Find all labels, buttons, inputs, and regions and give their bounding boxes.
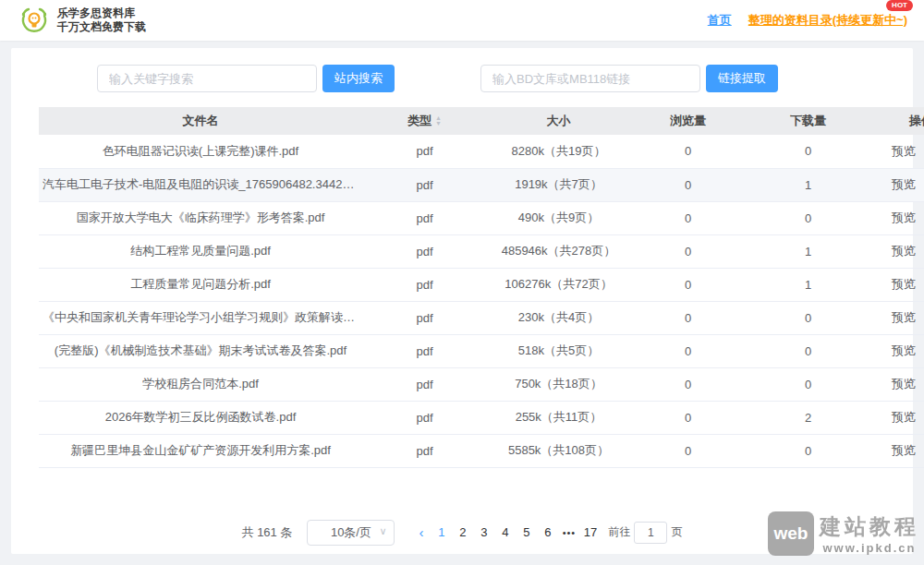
file-type: pdf	[362, 234, 487, 268]
page-size-value: 10条/页	[331, 524, 371, 541]
header-views: 浏览量	[630, 107, 746, 135]
file-views: 0	[630, 367, 746, 401]
keyword-search-input[interactable]	[97, 65, 317, 92]
link-extract-group: 链接提取	[480, 65, 778, 92]
preview-link[interactable]: 预览	[892, 277, 916, 291]
file-type: pdf	[362, 401, 487, 434]
file-downloads: 1	[746, 268, 870, 301]
file-name: 色环电阻器记识读(上课完整)课件.pdf	[39, 135, 362, 168]
file-size: 490k（共9页）	[487, 201, 630, 234]
file-operations: 预览下载	[870, 135, 924, 168]
file-name: 国家开放大学电大《临床药理学》形考答案.pdf	[39, 201, 362, 234]
chevron-down-icon: ∨	[379, 525, 386, 537]
site-title-line2: 千万文档免费下载	[57, 20, 146, 34]
file-size: 230k（共4页）	[487, 301, 630, 334]
file-downloads: 1	[746, 234, 870, 268]
page-number-2[interactable]: 2	[452, 525, 473, 539]
prev-page-button[interactable]: ‹	[411, 524, 431, 540]
logo: 乐学多思资料库 千万文档免费下载	[18, 5, 146, 36]
file-views: 0	[630, 301, 746, 334]
file-operations: 预览下载	[870, 168, 924, 201]
preview-link[interactable]: 预览	[892, 377, 916, 391]
table-row: 色环电阻器记识读(上课完整)课件.pdf pdf 8280k（共19页） 0 0…	[39, 135, 924, 168]
file-size: 750k（共18页）	[487, 367, 630, 401]
file-views: 0	[630, 401, 746, 434]
nav-catalog-link[interactable]: 整理的资料目录(持续更新中~)	[748, 13, 907, 27]
file-size: 518k（共5页）	[487, 334, 630, 367]
file-type: pdf	[362, 434, 487, 467]
link-extract-input[interactable]	[480, 65, 700, 92]
file-name: (完整版)《机械制造技术基础》期末考试试卷及答案.pdf	[39, 334, 362, 367]
header-type[interactable]: 类型▲▼	[362, 107, 487, 135]
file-downloads: 0	[746, 367, 870, 401]
site-title-line1: 乐学多思资料库	[57, 6, 146, 20]
file-views: 0	[630, 168, 746, 201]
file-name: 工程质量常见问题分析.pdf	[39, 268, 362, 301]
file-downloads: 0	[746, 434, 870, 467]
table-row: 《中央和国家机关青年理论学习小组学习规则》政策解读与实施意... pdf 230…	[39, 301, 924, 334]
preview-link[interactable]: 预览	[892, 177, 916, 191]
file-name: 学校租房合同范本.pdf	[39, 367, 362, 401]
jumper-input[interactable]	[634, 522, 667, 544]
file-type: pdf	[362, 301, 487, 334]
file-downloads: 0	[746, 301, 870, 334]
table-row: 结构工程常见质量问题.pdf pdf 485946k（共278页） 0 1 预览…	[39, 234, 924, 268]
nav-home-link[interactable]: 首页	[708, 12, 732, 29]
jumper-prefix: 前往	[608, 524, 630, 540]
file-size: 5585k（共108页）	[487, 434, 630, 467]
file-type: pdf	[362, 168, 487, 201]
lightbulb-logo-icon	[18, 5, 50, 36]
file-operations: 预览下载	[870, 201, 924, 234]
preview-link[interactable]: 预览	[892, 343, 916, 357]
table-row: 国家开放大学电大《临床药理学》形考答案.pdf pdf 490k（共9页） 0 …	[39, 201, 924, 234]
preview-link[interactable]: 预览	[892, 210, 916, 224]
file-downloads: 0	[746, 135, 870, 168]
sort-caret-icon[interactable]: ▲▼	[435, 116, 442, 127]
header-filename: 文件名	[39, 107, 362, 135]
search-row: 站内搜索 链接提取	[11, 48, 913, 103]
page-number-1[interactable]: 1	[431, 525, 452, 539]
page-size-select[interactable]: 10条/页 ∨	[307, 520, 395, 546]
page-number-4[interactable]: 4	[494, 525, 516, 539]
link-extract-button[interactable]: 链接提取	[706, 65, 778, 92]
file-views: 0	[630, 434, 746, 467]
header-downloads: 下载量	[746, 107, 870, 135]
page-number-6[interactable]: 6	[537, 525, 558, 539]
total-count: 共 161 条	[242, 524, 293, 541]
table-header-row: 文件名 类型▲▼ 大小 浏览量 下载量 操作	[39, 107, 924, 135]
file-downloads: 2	[746, 401, 870, 434]
top-header: 乐学多思资料库 千万文档免费下载 首页 HOT 整理的资料目录(持续更新中~)	[0, 0, 924, 41]
jumper-suffix: 页	[671, 524, 682, 540]
file-operations: 预览下载	[870, 401, 924, 434]
file-views: 0	[630, 268, 746, 301]
main-card: 站内搜索 链接提取 文件名 类型▲▼ 大小 浏览量 下载量 操作 色环电阻器记识…	[11, 48, 913, 554]
file-size: 106276k（共72页）	[487, 268, 630, 301]
preview-link[interactable]: 预览	[892, 410, 916, 424]
file-size: 255k（共11页）	[487, 401, 630, 434]
file-name: 汽车电工电子技术-电阻及电阻的识读_1765906482.344213.pdf	[39, 168, 362, 201]
site-search-button[interactable]: 站内搜索	[322, 65, 395, 92]
page-jumper: 前往 页	[608, 522, 682, 544]
page-number-5[interactable]: 5	[516, 525, 537, 539]
header-size: 大小	[487, 107, 630, 135]
file-views: 0	[630, 334, 746, 367]
preview-link[interactable]: 预览	[892, 443, 916, 457]
file-size: 8280k（共19页）	[487, 135, 630, 168]
top-nav: 首页 HOT 整理的资料目录(持续更新中~)	[708, 12, 907, 29]
page-number-3[interactable]: 3	[473, 525, 494, 539]
file-downloads: 0	[746, 334, 870, 367]
header-operations: 操作	[870, 107, 924, 135]
table-row: 新疆巴里坤县金山金矿矿产资源开发利用方案.pdf pdf 5585k（共108页…	[39, 434, 924, 467]
table-row: 学校租房合同范本.pdf pdf 750k（共18页） 0 0 预览下载	[39, 367, 924, 401]
preview-link[interactable]: 预览	[892, 144, 916, 158]
preview-link[interactable]: 预览	[892, 310, 916, 324]
file-views: 0	[630, 135, 746, 168]
file-size: 485946k（共278页）	[487, 234, 630, 268]
file-type: pdf	[362, 135, 487, 168]
table-row: 2026年数学初三反比例函数试卷.pdf pdf 255k（共11页） 0 2 …	[39, 401, 924, 434]
page-number-17[interactable]: 17	[579, 525, 601, 539]
preview-link[interactable]: 预览	[892, 244, 916, 258]
file-operations: 预览下载	[870, 234, 924, 268]
file-type: pdf	[362, 268, 487, 301]
file-name: 结构工程常见质量问题.pdf	[39, 234, 362, 268]
